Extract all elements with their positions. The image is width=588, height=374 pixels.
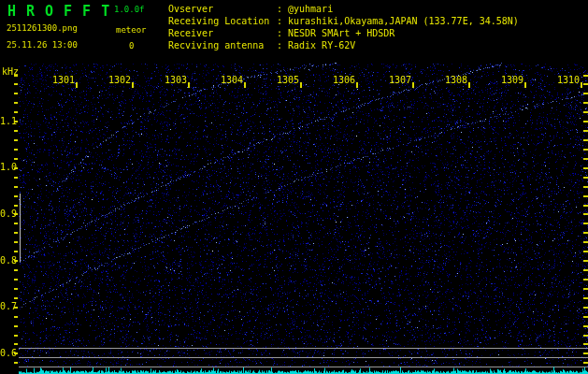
x-tick-label-1301: 1301 <box>50 75 78 85</box>
y-tick-label-1.0: 1.0 <box>0 162 13 172</box>
y-axis-unit-label: kHz <box>2 66 19 77</box>
x-tick-label-1304: 1304 <box>218 75 246 85</box>
app-version: 1.0.0f <box>114 5 145 14</box>
receiving-antenna-separator: : <box>277 40 282 50</box>
y-tick-label-0.8: 0.8 <box>0 255 13 266</box>
observation-datetime: 25.11.26 13:00 <box>7 40 78 50</box>
receiver-value: NESDR SMArt + HDSDR <box>288 28 394 38</box>
spectrogram-canvas <box>0 0 588 374</box>
y-tick-label-0.7: 0.7 <box>0 301 13 311</box>
y-tick-label-1.1: 1.1 <box>0 116 13 126</box>
observer-label: Ovserver <box>168 4 213 14</box>
y-tick-label-0.6: 0.6 <box>0 348 13 358</box>
x-tick-label-1310: 1310 <box>554 75 582 85</box>
receiving-location-value: kurashiki,Okayama,JAPAN (133.77E, 34.58N… <box>288 16 519 26</box>
x-tick-label-1302: 1302 <box>106 75 134 85</box>
x-tick-label-1307: 1307 <box>386 75 414 85</box>
x-tick-label-1306: 1306 <box>330 75 358 85</box>
observer-separator: : <box>277 4 282 14</box>
meteor-count-value: 0 <box>129 41 134 50</box>
x-tick-label-1308: 1308 <box>442 75 470 85</box>
observer-value: @yuhmari <box>288 4 333 14</box>
x-tick-label-1303: 1303 <box>162 75 190 85</box>
receiver-separator: : <box>277 28 282 38</box>
y-tick-label-0.9: 0.9 <box>0 209 13 219</box>
x-tick-label-1305: 1305 <box>274 75 302 85</box>
receiving-antenna-label: Recviving antenna <box>168 40 264 50</box>
meteor-counter-label: meteor <box>116 25 147 35</box>
receiving-location-label: Receiving Location <box>168 16 269 26</box>
output-filename: 2511261300.png <box>7 23 78 33</box>
hrofft-window: HROFFT 1.0.0f 2511261300.png meteor 25.1… <box>0 0 588 374</box>
x-tick-label-1309: 1309 <box>498 75 526 85</box>
receiving-location-separator: : <box>277 16 282 26</box>
receiver-label: Receiver <box>168 28 213 38</box>
receiving-antenna-value: Radix RY-62V <box>288 40 355 50</box>
app-title: HROFFT <box>7 3 120 20</box>
